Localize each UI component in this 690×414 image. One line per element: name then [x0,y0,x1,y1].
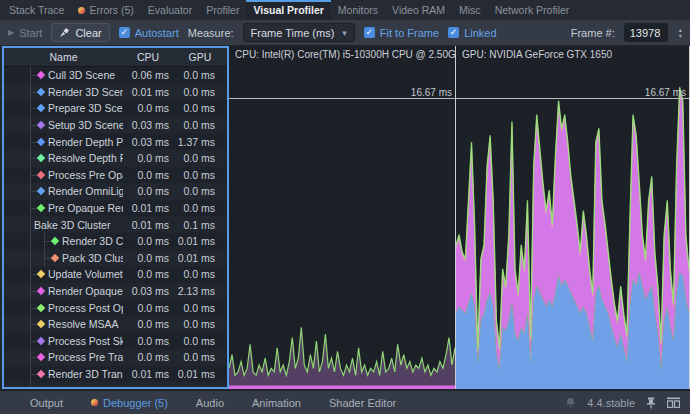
category-diamond-icon [37,88,45,96]
row-name: Process Post Sky Com... [48,333,123,350]
threshold-label: 16.67 ms [411,87,452,98]
bell-icon[interactable] [565,397,576,408]
table-row[interactable]: Prepare 3D Scene0.0 ms0.0 ms [4,100,227,117]
bottom-panel-audio[interactable]: Audio [196,397,224,409]
category-diamond-icon [37,137,45,145]
tab-profiler[interactable]: Profiler [199,0,246,20]
bottom-panel-label: Shader Editor [329,397,396,409]
row-cpu-value: 0.0 ms [123,333,169,350]
autostart-checkbox[interactable]: ✓ Autostart [119,27,179,39]
start-button[interactable]: ▶ Start [8,27,42,39]
tab-misc[interactable]: Misc [452,0,488,20]
table-row[interactable]: Process Pre Transpare...0.0 ms0.0 ms [4,349,227,366]
profiler-toolbar: ▶ Start Clear ✓ Autostart Measure: Frame… [0,20,690,45]
tab-label: Evaluator [148,0,192,20]
category-diamond-icon [37,320,45,328]
bottom-panel-debugger-5[interactable]: Debugger (5) [91,397,168,409]
row-cpu-value: 0.0 ms [123,167,169,184]
tab-errors-5[interactable]: Errors (5) [71,0,140,20]
tab-label: Profiler [206,0,239,20]
row-name: Pre Opaque Render [48,200,123,217]
table-row[interactable]: Pre Opaque Render0.01 ms0.0 ms [4,200,227,217]
linked-checkbox[interactable]: ✓ Linked [448,27,496,39]
table-row[interactable]: Render 3D Cluster El...0.0 ms0.01 ms [4,233,227,250]
row-cpu-value: 0.03 ms [123,283,169,300]
clear-button[interactable]: Clear [51,23,109,42]
row-name: Render Opaque Pass [48,283,123,300]
row-name: Cull 3D Scene [48,67,123,84]
chevron-down-icon: ▾ [342,28,347,38]
table-row[interactable]: Resolve MSAA0.0 ms0.0 ms [4,316,227,333]
table-row[interactable]: Cull 3D Scene0.06 ms0.0 ms [4,67,227,84]
table-row[interactable]: Render OmniLight Sha...0.0 ms0.0 ms [4,183,227,200]
table-row[interactable]: Render 3D Transparen...0.01 ms0.01 ms [4,366,227,383]
row-gpu-value: 0.0 ms [171,266,215,283]
bottom-panel-bar: OutputDebugger (5)AudioAnimationShader E… [0,390,690,414]
check-icon: ✓ [119,27,130,38]
table-row[interactable]: Render 3D Scene0.01 ms0.0 ms [4,84,227,101]
category-diamond-icon [37,204,45,212]
tab-label: Stack Trace [9,0,64,20]
category-diamond-icon [37,337,45,345]
debugger-tabbar: Stack TraceErrors (5)EvaluatorProfilerVi… [0,0,690,20]
category-diamond-icon [37,121,45,129]
cpu-frame-graph[interactable]: CPU: Intel(R) Core(TM) i5-10300H CPU @ 2… [229,46,455,389]
category-diamond-icon [51,237,59,245]
tab-stack-trace[interactable]: Stack Trace [2,0,71,20]
table-row[interactable]: Bake 3D Cluster0.01 ms0.1 ms [4,216,227,233]
category-diamond-icon [37,104,45,112]
tab-label: Misc [459,0,481,20]
row-name: Resolve MSAA [48,316,123,333]
tree-dash [31,108,37,109]
fit-to-frame-checkbox[interactable]: ✓ Fit to Frame [364,27,439,39]
bottom-panel-animation[interactable]: Animation [252,397,301,409]
row-gpu-value: 0.0 ms [171,349,215,366]
tab-video-ram[interactable]: Video RAM [385,0,452,20]
row-cpu-value: 0.01 ms [123,84,169,101]
category-diamond-icon [51,254,59,262]
gpu-frame-graph[interactable]: GPU: NVIDIA GeForce GTX 1650 16.67 ms [455,46,690,389]
bottom-panel-output[interactable]: Output [30,397,63,409]
visual-profiler-main: Name CPU GPU Cull 3D Scene0.06 ms0.0 msR… [0,45,690,390]
tab-visual-profiler[interactable]: Visual Profiler [246,0,330,20]
bottom-panel-label: Audio [196,397,224,409]
bottom-panel-shader-editor[interactable]: Shader Editor [329,397,396,409]
row-name: Process Post Opaque ... [48,299,123,316]
row-gpu-value: 0.01 ms [171,233,215,250]
profiler-tree-body: Cull 3D Scene0.06 ms0.0 msRender 3D Scen… [4,67,227,387]
category-diamond-icon [37,287,45,295]
threshold-label: 16.67 ms [645,87,686,98]
table-row[interactable]: Render Opaque Pass0.03 ms2.13 ms [4,283,227,300]
table-row[interactable]: Pack 3D Cluster Ele...0.0 ms0.01 ms [4,250,227,267]
check-icon: ✓ [448,27,459,38]
row-cpu-value: 0.0 ms [123,233,169,250]
tree-dash [31,324,37,325]
row-gpu-value: 0.0 ms [171,167,215,184]
row-cpu-value: 0.01 ms [123,382,169,387]
table-row[interactable]: Process Post Opaque ...0.0 ms0.0 ms [4,299,227,316]
measure-dropdown[interactable]: Frame Time (ms) ▾ [243,23,355,42]
pin-icon[interactable] [646,397,656,409]
tab-monitors[interactable]: Monitors [331,0,385,20]
table-row[interactable]: Render Depth Pre-Pass0.03 ms1.37 ms [4,133,227,150]
measure-label: Measure: [188,27,234,39]
tab-label: Network Profiler [495,0,570,20]
table-row[interactable]: Resolve Depth Pre-Pas...0.0 ms0.0 ms [4,150,227,167]
tab-evaluator[interactable]: Evaluator [141,0,199,20]
expand-bottom-panel-icon[interactable] [667,397,680,408]
table-row[interactable]: Resolve...0.01 ms0.44 ms [4,382,227,387]
spin-down-icon[interactable]: ▾ [679,33,682,39]
row-gpu-value: 0.0 ms [171,333,215,350]
tab-label: Video RAM [392,0,445,20]
row-gpu-value: 0.0 ms [171,67,215,84]
table-row[interactable]: Setup 3D Scene0.03 ms0.0 ms [4,117,227,134]
tab-network-profiler[interactable]: Network Profiler [488,0,577,20]
table-row[interactable]: Update Volumetric Fog0.0 ms0.0 ms [4,266,227,283]
table-row[interactable]: Process Pre Opaque C...0.0 ms0.0 ms [4,167,227,184]
row-cpu-value: 0.01 ms [123,366,169,383]
table-row[interactable]: Process Post Sky Com...0.0 ms0.0 ms [4,333,227,350]
threshold-line: 16.67 ms [229,98,455,99]
frame-number-spinbox[interactable]: 13978 [624,23,668,42]
row-gpu-value: 0.0 ms [171,316,215,333]
row-name: Render 3D Cluster El... [62,233,123,250]
